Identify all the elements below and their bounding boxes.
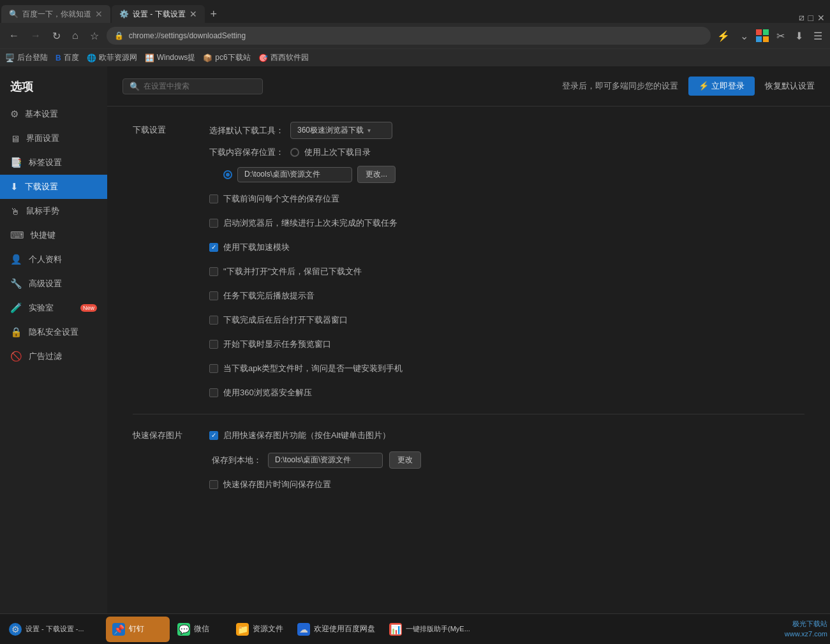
adblock-icon: 🚫 — [10, 351, 22, 362]
checkbox-background-btn[interactable] — [209, 316, 218, 325]
checkbox-resume-btn[interactable] — [209, 219, 218, 228]
taskbar-helper-label: 一键排版助手(MyE... — [406, 624, 470, 634]
tab-settings[interactable]: ⚙️ 设置 - 下载设置 ✕ — [112, 5, 205, 23]
checkbox-ask-save-path: 快速保存图片时询问保存位置 — [209, 476, 804, 493]
taskbar-item-helper[interactable]: 📊 一键排版助手(MyE... — [383, 617, 478, 642]
taskbar-settings-icon: ⚙ — [9, 623, 22, 636]
bookmark-windows[interactable]: 🪟 Windows提 — [145, 52, 196, 63]
quick-save-change-btn[interactable]: 更改 — [389, 451, 421, 469]
address-text: chrome://settings/downloadSetting — [129, 31, 703, 40]
checkbox-enable-quick-save-btn[interactable] — [209, 431, 218, 440]
sidebar-item-lab[interactable]: 🧪 实验室 New — [0, 296, 107, 320]
home-btn[interactable]: ⌂ — [68, 27, 82, 44]
radio-custom-path-btn[interactable] — [223, 170, 232, 179]
checkbox-safe-unzip-label: 使用360浏览器安全解压 — [223, 387, 312, 399]
extensions-btn[interactable]: ⚡ — [715, 29, 732, 43]
taskbar-dingtalk-label: 钉钉 — [129, 624, 144, 634]
minimize-btn[interactable]: ⧄ — [799, 12, 804, 23]
tool-value: 360极速浏览器下载 — [297, 125, 364, 136]
taskbar-item-dingtalk[interactable]: 📌 钉钉 — [106, 617, 170, 642]
bookmark-icon: B — [56, 54, 61, 62]
bookmark-baidu[interactable]: B 百度 — [56, 52, 79, 63]
address-bar[interactable]: 🔒 chrome://settings/downloadSetting — [107, 27, 711, 45]
sidebar-item-profile[interactable]: 👤 个人资料 — [0, 247, 107, 272]
checkbox-safe-unzip: 使用360浏览器安全解压 — [209, 384, 804, 401]
quick-save-section: 快速保存图片 启用快速保存图片功能（按住Alt键单击图片） 保存到本地： 更改 … — [133, 427, 804, 493]
download-path-input[interactable] — [237, 167, 352, 182]
radio-use-last-btn[interactable] — [290, 148, 299, 157]
path-row: 更改... — [223, 166, 804, 183]
checkbox-ask-each-btn[interactable] — [209, 194, 218, 203]
save-path-label: 下载内容保存位置： — [209, 147, 284, 158]
taskbar-item-baidupan[interactable]: ☁ 欢迎使用百度网盘 — [291, 617, 382, 642]
back-btn[interactable]: ← — [5, 27, 23, 44]
checkbox-enable-quick-save-label: 启用快速保存图片功能（按住Alt键单击图片） — [223, 430, 390, 441]
profile-icon: 👤 — [10, 254, 22, 265]
checkbox-resume-label: 启动浏览器后，继续进行上次未完成的下载任务 — [223, 217, 397, 229]
sidebar-item-download[interactable]: ⬇ 下载设置 — [0, 175, 107, 199]
sidebar-item-tab[interactable]: 📑 标签设置 — [0, 150, 107, 175]
bookmark-xixi[interactable]: 🎯 西西软件园 — [258, 52, 309, 63]
restore-btn[interactable]: 恢复默认设置 — [765, 80, 815, 92]
checkbox-keep-after-open: "下载并打开"文件后，保留已下载文件 — [209, 263, 804, 280]
checkbox-preview-btn[interactable] — [209, 340, 218, 349]
sidebar-item-ui[interactable]: 🖥 界面设置 — [0, 126, 107, 150]
sidebar-item-label: 个人资料 — [29, 254, 62, 265]
checkbox-sound: 任务下载完后播放提示音 — [209, 288, 804, 304]
search-input[interactable] — [144, 82, 256, 91]
checkbox-sound-btn[interactable] — [209, 291, 218, 300]
tools-btn[interactable]: ✂ — [774, 29, 787, 43]
search-box[interactable]: 🔍 — [122, 78, 263, 94]
nav-bar: ← → ↻ ⌂ ☆ 🔒 chrome://settings/downloadSe… — [0, 23, 830, 48]
tab-close-btn[interactable]: ✕ — [95, 9, 103, 19]
close-btn[interactable]: ✕ — [817, 13, 825, 23]
header-right: 登录后，即可多端同步您的设置 ⚡ 立即登录 恢复默认设置 — [562, 77, 815, 96]
tab-baidu[interactable]: 🔍 百度一下，你就知道 ✕ — [1, 5, 110, 23]
menu-btn[interactable]: ☰ — [811, 29, 825, 43]
taskbar-dingtalk-icon: 📌 — [112, 623, 125, 636]
bookmark-label: Windows提 — [157, 52, 196, 63]
lab-icon: 🧪 — [10, 302, 22, 314]
download-icon: ⬇ — [10, 181, 19, 193]
bookmark-backend[interactable]: 🖥️ 后台登陆 — [5, 52, 48, 63]
maximize-btn[interactable]: □ — [808, 13, 813, 23]
tab-close-btn[interactable]: ✕ — [189, 9, 197, 19]
download-section-label: 下载设置 — [133, 122, 196, 136]
settings-content: 下载设置 选择默认下载工具： 360极速浏览器下载 ▾ 下载内容保存位置： — [107, 106, 830, 521]
bookmark-btn[interactable]: ☆ — [86, 27, 103, 45]
new-tab-btn[interactable]: + — [205, 5, 223, 23]
bookmarks-bar: 🖥️ 后台登陆 B 百度 🌐 欧菲资源网 🪟 Windows提 📦 pc6下载站… — [0, 48, 830, 66]
bookmark-label: 欧菲资源网 — [99, 52, 137, 63]
sidebar-item-label: 高级设置 — [29, 278, 62, 289]
sidebar-item-mouse[interactable]: 🖱 鼠标手势 — [0, 199, 107, 223]
refresh-btn[interactable]: ↻ — [48, 27, 64, 45]
checkbox-apk: 当下载apk类型文件时，询问是否一键安装到手机 — [209, 360, 804, 377]
checkbox-ask-save-path-btn[interactable] — [209, 480, 218, 489]
sidebar: 选项 ⚙ 基本设置 🖥 界面设置 📑 标签设置 ⬇ 下载设置 🖱 鼠标手势 ⌨ … — [0, 66, 107, 613]
sidebar-item-basic[interactable]: ⚙ 基本设置 — [0, 102, 107, 126]
tool-dropdown[interactable]: 360极速浏览器下载 ▾ — [290, 122, 392, 139]
checkbox-preview-label: 开始下载时显示任务预览窗口 — [223, 339, 331, 350]
checkbox-resume: 启动浏览器后，继续进行上次未完成的下载任务 — [209, 215, 804, 231]
bookmark-pc6[interactable]: 📦 pc6下载站 — [203, 52, 250, 63]
sidebar-item-advanced[interactable]: 🔧 高级设置 — [0, 272, 107, 296]
tab-title: 设置 - 下载设置 — [133, 9, 186, 20]
quick-save-path-input[interactable] — [268, 453, 383, 468]
checkbox-keep-after-open-btn[interactable] — [209, 267, 218, 276]
sidebar-item-shortcut[interactable]: ⌨ 快捷键 — [0, 223, 107, 247]
checkbox-apk-btn[interactable] — [209, 364, 218, 373]
download-nav-btn[interactable]: ⬇ — [792, 29, 806, 43]
extensions-more-btn[interactable]: ⌄ — [737, 29, 751, 43]
sidebar-item-adblock[interactable]: 🚫 广告过滤 — [0, 344, 107, 369]
checkbox-safe-unzip-btn[interactable] — [209, 388, 218, 397]
checkbox-accelerate-btn[interactable] — [209, 243, 218, 252]
taskbar-baidupan-label: 欢迎使用百度网盘 — [314, 624, 375, 634]
taskbar-item-settings[interactable]: ⚙ 设置 - 下载设置 -... — [3, 617, 105, 642]
bookmark-oufei[interactable]: 🌐 欧菲资源网 — [87, 52, 137, 63]
change-path-btn[interactable]: 更改... — [357, 166, 396, 183]
sidebar-item-privacy[interactable]: 🔒 隐私安全设置 — [0, 320, 107, 344]
login-btn[interactable]: ⚡ 立即登录 — [688, 77, 755, 96]
forward-btn[interactable]: → — [27, 27, 45, 44]
taskbar-item-wechat[interactable]: 💬 微信 — [171, 617, 228, 642]
taskbar-item-files[interactable]: 📁 资源文件 — [230, 617, 290, 642]
